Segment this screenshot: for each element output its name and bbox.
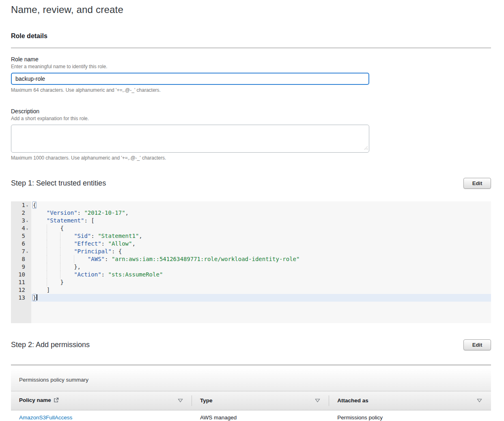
- column-header-type[interactable]: Type: [192, 391, 329, 410]
- code-line[interactable]: "Sid": "Statement1",: [31, 232, 491, 240]
- description-label: Description: [11, 108, 491, 114]
- trust-policy-code-editor[interactable]: 1▾23▾4▾567▾8910111213 { "Version": "2012…: [11, 201, 491, 323]
- line-number: 7▾: [11, 248, 31, 255]
- role-name-constraint: Maximum 64 characters. Use alphanumeric …: [11, 87, 491, 93]
- indent-guide: [47, 279, 47, 286]
- role-name-field: Role name Enter a meaningful name to ide…: [11, 56, 491, 93]
- indent-guide: [60, 255, 60, 263]
- description-help: Add a short explanation for this role.: [11, 116, 491, 121]
- role-name-help: Enter a meaningful name to identify this…: [11, 64, 491, 69]
- code-line[interactable]: {: [31, 201, 491, 209]
- step2-divider: [11, 365, 491, 365]
- role-name-label: Role name: [11, 56, 491, 63]
- description-constraint: Maximum 1000 characters. Use alphanumeri…: [11, 155, 491, 161]
- resize-handle-icon[interactable]: [364, 144, 368, 151]
- external-link-icon: [54, 398, 59, 404]
- indent-guide: [60, 248, 60, 255]
- description-field: Description Add a short explanation for …: [11, 108, 491, 161]
- sort-dropdown-icon[interactable]: [477, 397, 482, 404]
- permissions-policy-summary-panel: Permissions policy summary Policy name T…: [11, 369, 491, 421]
- code-line[interactable]: "Version": "2012-10-17",: [31, 209, 491, 217]
- step1-edit-button[interactable]: Edit: [463, 178, 491, 189]
- permissions-panel-title: Permissions policy summary: [11, 369, 491, 391]
- step1-header-row: Step 1: Select trusted entities Edit: [11, 178, 491, 189]
- line-number: 8: [11, 255, 31, 263]
- code-line[interactable]: }: [31, 294, 491, 302]
- role-name-input[interactable]: [11, 73, 369, 85]
- line-number: 3▾: [11, 217, 31, 225]
- policy-name-link[interactable]: AmazonS3FullAccess: [19, 415, 72, 421]
- step2-header-row: Step 2: Add permissions Edit: [11, 339, 491, 350]
- sort-dropdown-icon[interactable]: [315, 397, 320, 404]
- policy-type-cell: AWS managed: [192, 410, 329, 421]
- step2-edit-button[interactable]: Edit: [463, 339, 491, 350]
- indent-guide: [60, 271, 60, 279]
- text-cursor: [37, 294, 37, 300]
- indent-guide: [47, 232, 47, 240]
- role-details-heading: Role details: [11, 32, 491, 40]
- line-number: 12: [11, 286, 31, 294]
- indent-guide: [74, 255, 74, 263]
- column-header-attached-as[interactable]: Attached as: [329, 391, 491, 410]
- indent-guide: [47, 240, 47, 248]
- line-number: 1▾: [11, 201, 31, 209]
- step1-heading: Step 1: Select trusted entities: [11, 179, 106, 188]
- line-number: 13: [11, 294, 31, 302]
- line-number: 5: [11, 232, 31, 240]
- code-line[interactable]: "AWS": "arn:aws:iam::541263489771:role/w…: [31, 255, 491, 263]
- code-line[interactable]: "Principal": {: [31, 248, 491, 255]
- line-number: 9: [11, 263, 31, 271]
- code-line[interactable]: "Statement": [: [31, 217, 491, 225]
- code-line[interactable]: ]: [31, 286, 491, 294]
- indent-guide: [47, 263, 47, 271]
- column-header-policy-name[interactable]: Policy name: [11, 391, 192, 410]
- description-textarea[interactable]: [11, 125, 369, 153]
- indent-guide: [47, 271, 47, 279]
- line-number: 4▾: [11, 225, 31, 232]
- sort-dropdown-icon[interactable]: [178, 397, 183, 404]
- line-number: 2: [11, 209, 31, 217]
- page-title: Name, review, and create: [11, 4, 491, 15]
- permissions-policy-table: Policy name Type Attached as: [11, 391, 491, 421]
- editor-code-area[interactable]: { "Version": "2012-10-17", "Statement": …: [31, 201, 491, 323]
- policy-attached-as-cell: Permissions policy: [329, 410, 491, 421]
- code-line[interactable]: },: [31, 263, 491, 271]
- code-line[interactable]: "Effect": "Allow",: [31, 240, 491, 248]
- indent-guide: [60, 232, 60, 240]
- indent-guide: [47, 255, 47, 263]
- step2-heading: Step 2: Add permissions: [11, 341, 90, 349]
- indent-guide: [47, 225, 47, 232]
- indent-guide: [60, 240, 60, 248]
- table-row: AmazonS3FullAccess AWS managed Permissio…: [11, 410, 491, 421]
- indent-guide: [60, 263, 60, 271]
- role-details-divider: [11, 47, 491, 48]
- page: Name, review, and create Role details Ro…: [0, 4, 504, 421]
- line-number: 11: [11, 279, 31, 286]
- indent-guide: [47, 248, 47, 255]
- code-line[interactable]: {: [31, 225, 491, 232]
- line-number: 10: [11, 271, 31, 279]
- line-number: 6: [11, 240, 31, 248]
- code-line[interactable]: "Action": "sts:AssumeRole": [31, 271, 491, 279]
- code-line[interactable]: }: [31, 279, 491, 286]
- editor-line-number-gutter: 1▾23▾4▾567▾8910111213: [11, 201, 31, 323]
